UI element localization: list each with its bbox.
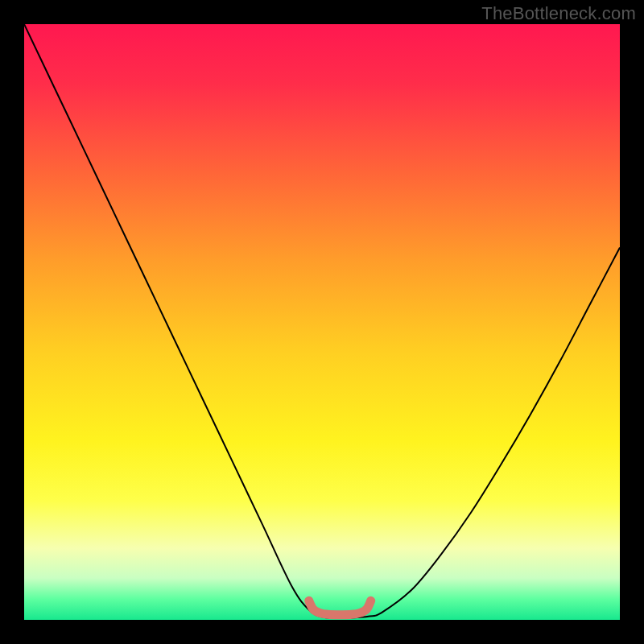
watermark-text: TheBottleneck.com [481,3,636,24]
chart-svg [24,24,620,620]
plot-area [24,24,620,620]
chart-frame: TheBottleneck.com [0,0,644,644]
gradient-background [24,24,620,620]
